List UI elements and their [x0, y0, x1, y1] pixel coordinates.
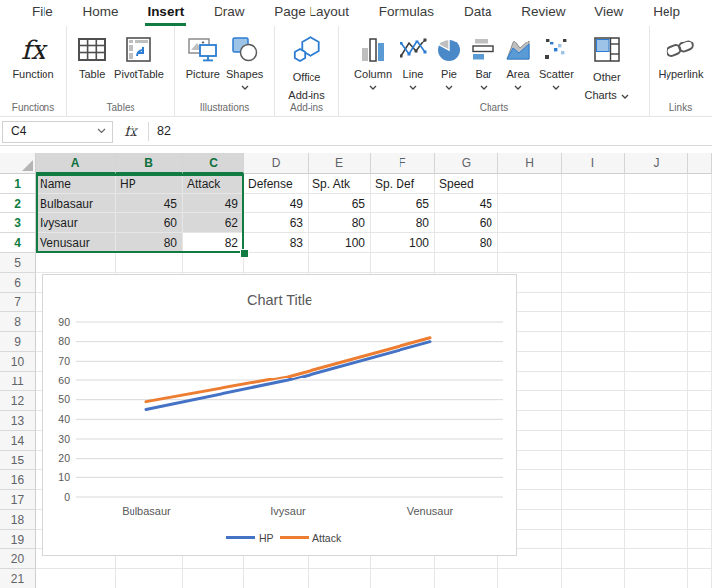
cell-D5[interactable] [244, 253, 309, 273]
cell-I17[interactable] [562, 490, 625, 510]
cell-C2[interactable]: 49 [183, 194, 244, 213]
tab-formulas[interactable]: Formulas [377, 0, 436, 26]
table-button[interactable]: Table [74, 31, 110, 83]
cell-K18[interactable] [688, 510, 712, 530]
row-header-2[interactable]: 2 [0, 194, 36, 213]
other-charts-button[interactable]: Other Charts [578, 31, 637, 104]
cell-I15[interactable] [562, 451, 625, 470]
cell-G4[interactable]: 80 [435, 233, 498, 253]
cell-F3[interactable]: 80 [371, 213, 435, 233]
cell-D4[interactable]: 83 [244, 233, 309, 253]
cell-I5[interactable] [562, 253, 625, 273]
pie-dropdown-chevron-icon[interactable] [445, 85, 453, 90]
cell-E2[interactable]: 65 [309, 194, 371, 213]
row-header-1[interactable]: 1 [0, 174, 36, 194]
row-header-20[interactable]: 20 [0, 549, 36, 569]
cell-K15[interactable] [688, 451, 712, 470]
column-header-partial[interactable] [688, 153, 712, 174]
cell-K14[interactable] [688, 431, 712, 451]
cell-I14[interactable] [562, 431, 625, 451]
cell-I7[interactable] [562, 293, 625, 312]
cell-J14[interactable] [625, 431, 688, 451]
cell-J10[interactable] [625, 352, 688, 372]
cell-I8[interactable] [562, 312, 625, 332]
name-box[interactable]: C4 [2, 121, 113, 143]
cell-J8[interactable] [625, 312, 688, 332]
cell-J3[interactable] [625, 213, 688, 233]
bar-dropdown-chevron-icon[interactable] [480, 85, 488, 90]
pie-chart-button[interactable]: Pie [432, 31, 466, 91]
selection-fill-handle[interactable] [240, 249, 249, 258]
column-header-A[interactable]: A [36, 153, 116, 174]
column-header-H[interactable]: H [498, 153, 562, 174]
row-header-18[interactable]: 18 [0, 510, 36, 530]
cell-C5[interactable] [183, 253, 244, 273]
cell-K17[interactable] [688, 490, 712, 510]
column-header-E[interactable]: E [309, 153, 371, 174]
row-header-15[interactable]: 15 [0, 451, 36, 470]
cell-G2[interactable]: 45 [435, 194, 498, 213]
cell-J15[interactable] [625, 451, 688, 470]
row-header-12[interactable]: 12 [0, 391, 36, 411]
cell-A5[interactable] [36, 253, 116, 273]
tab-draw[interactable]: Draw [212, 0, 247, 26]
cell-H2[interactable] [498, 194, 562, 213]
cell-I12[interactable] [562, 391, 625, 411]
cell-I3[interactable] [562, 213, 625, 233]
insert-function-fx-button[interactable]: fx [113, 124, 148, 139]
cell-K8[interactable] [688, 312, 712, 332]
cell-F5[interactable] [371, 253, 435, 273]
column-header-D[interactable]: D [244, 153, 309, 174]
cell-E4[interactable]: 100 [309, 233, 371, 253]
cell-J20[interactable] [625, 549, 688, 569]
cell-K7[interactable] [688, 293, 712, 312]
column-header-G[interactable]: G [435, 153, 498, 174]
cell-C4[interactable]: 82 [183, 233, 244, 253]
cell-H4[interactable] [498, 233, 562, 253]
cell-A3[interactable]: Ivysaur [36, 213, 116, 233]
cell-H1[interactable] [498, 174, 562, 194]
row-header-17[interactable]: 17 [0, 490, 36, 510]
cell-H21[interactable] [498, 569, 562, 588]
cell-J5[interactable] [625, 253, 688, 273]
cell-A21[interactable] [36, 569, 116, 588]
cell-G3[interactable]: 60 [435, 213, 498, 233]
row-header-16[interactable]: 16 [0, 470, 36, 490]
tab-page-layout[interactable]: Page Layout [272, 0, 351, 26]
cell-G5[interactable] [435, 253, 498, 273]
row-header-14[interactable]: 14 [0, 431, 36, 451]
cell-C1[interactable]: Attack [183, 174, 244, 194]
cell-K2[interactable] [688, 194, 712, 213]
row-header-13[interactable]: 13 [0, 411, 36, 431]
cell-J16[interactable] [625, 470, 688, 490]
tab-home[interactable]: Home [81, 0, 121, 26]
row-header-7[interactable]: 7 [0, 293, 36, 312]
column-header-C[interactable]: C [183, 153, 244, 174]
cell-K21[interactable] [688, 569, 712, 588]
cell-K19[interactable] [688, 530, 712, 549]
cell-J11[interactable] [625, 372, 688, 391]
cell-F4[interactable]: 100 [371, 233, 435, 253]
cell-D21[interactable] [244, 569, 309, 588]
column-header-J[interactable]: J [625, 153, 688, 174]
cell-K1[interactable] [688, 174, 712, 194]
cell-J6[interactable] [625, 273, 688, 293]
cell-B3[interactable]: 60 [116, 213, 183, 233]
cell-K10[interactable] [688, 352, 712, 372]
tab-insert[interactable]: Insert [145, 0, 186, 26]
tab-file[interactable]: File [30, 0, 55, 26]
formula-input[interactable]: 82 [149, 125, 171, 138]
tab-view[interactable]: View [592, 0, 625, 26]
cell-J1[interactable] [625, 174, 688, 194]
cell-B1[interactable]: HP [116, 174, 183, 194]
cell-E3[interactable]: 80 [309, 213, 371, 233]
cell-I20[interactable] [562, 549, 625, 569]
cell-D1[interactable]: Defense [244, 174, 309, 194]
cell-C3[interactable]: 62 [183, 213, 244, 233]
column-dropdown-chevron-icon[interactable] [369, 85, 377, 90]
area-chart-button[interactable]: Area [501, 31, 535, 91]
column-chart-button[interactable]: Column [351, 31, 395, 91]
cell-I9[interactable] [562, 332, 625, 352]
cell-I16[interactable] [562, 470, 625, 490]
cell-C21[interactable] [183, 569, 244, 588]
